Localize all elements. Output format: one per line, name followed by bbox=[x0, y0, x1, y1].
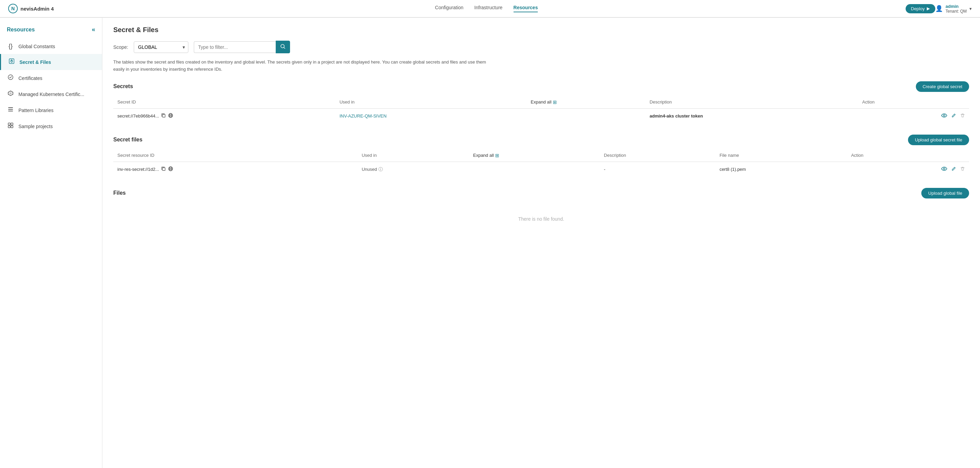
col-description-files: Description bbox=[600, 149, 716, 162]
secret-files-table-header-row: Secret resource ID Used in Expand all ⊞ … bbox=[113, 149, 969, 162]
col-used-in-files: Used in bbox=[358, 149, 469, 162]
col-resource-id: Secret resource ID bbox=[113, 149, 358, 162]
sidebar-item-label: Global Constants bbox=[18, 44, 55, 49]
app-logo[interactable]: N nevisAdmin 4 bbox=[8, 4, 54, 13]
deploy-label: Deploy bbox=[911, 6, 925, 11]
secret-id-value: secret://7eb966b44... bbox=[118, 113, 159, 118]
secrets-section-header: Secrets Create global secret bbox=[113, 81, 969, 92]
svg-point-3 bbox=[11, 61, 13, 62]
expand-all-files-label: Expand all bbox=[473, 153, 494, 158]
edit-file-icon[interactable] bbox=[951, 166, 956, 173]
sidebar-title: Resources « bbox=[0, 23, 102, 38]
sidebar-collapse-button[interactable]: « bbox=[92, 26, 95, 33]
used-in-link[interactable]: INV-AZURE-QM-SIVEN bbox=[339, 113, 387, 118]
description-cell: admin4-aks cluster token bbox=[646, 108, 858, 124]
file-name-cell: cert8 (1).pem bbox=[716, 161, 847, 177]
view-file-icon[interactable] bbox=[941, 166, 947, 173]
scope-select-wrapper: GLOBAL INVENTORY ▾ bbox=[134, 42, 188, 53]
sidebar: Resources « {} Global Constants Secret &… bbox=[0, 18, 102, 468]
nav-infrastructure[interactable]: Infrastructure bbox=[474, 5, 502, 12]
scope-bar: Scope: GLOBAL INVENTORY ▾ bbox=[113, 41, 969, 53]
col-action-files: Action bbox=[847, 149, 969, 162]
nav-resources[interactable]: Resources bbox=[514, 5, 538, 12]
delete-icon[interactable] bbox=[960, 113, 965, 119]
filter-search-button[interactable] bbox=[276, 41, 290, 53]
table-row: secret://7eb966b44... bbox=[113, 108, 969, 124]
files-section-header: Files Upload global file bbox=[113, 188, 969, 198]
sidebar-item-certificates[interactable]: Certificates bbox=[0, 70, 102, 86]
filter-input[interactable] bbox=[194, 42, 276, 53]
unused-label: Unused bbox=[362, 167, 377, 172]
sample-projects-icon bbox=[7, 122, 14, 130]
sidebar-item-secret-files[interactable]: Secret & Files bbox=[0, 54, 102, 70]
col-action: Action bbox=[858, 96, 969, 109]
sidebar-item-pattern-libraries[interactable]: Pattern Libraries bbox=[0, 102, 102, 118]
delete-file-icon[interactable] bbox=[960, 166, 965, 173]
svg-point-22 bbox=[943, 168, 945, 169]
col-file-name: File name bbox=[716, 149, 847, 162]
nav-configuration[interactable]: Configuration bbox=[435, 5, 463, 12]
reference-icon[interactable] bbox=[168, 113, 173, 120]
secret-files-icon bbox=[8, 58, 15, 66]
pattern-libraries-icon bbox=[7, 106, 14, 114]
sidebar-item-label: Certificates bbox=[18, 75, 42, 81]
deploy-button[interactable]: Deploy ▶ bbox=[905, 4, 935, 13]
expand-all-label: Expand all bbox=[531, 99, 551, 105]
used-in-cell: INV-AZURE-QM-SIVEN bbox=[336, 108, 527, 124]
main-layout: Resources « {} Global Constants Secret &… bbox=[0, 18, 980, 468]
user-chevron-icon[interactable]: ▾ bbox=[969, 6, 972, 11]
svg-rect-8 bbox=[8, 123, 10, 125]
unused-info-icon[interactable]: ⓘ bbox=[379, 166, 383, 173]
description-files-cell: - bbox=[600, 161, 716, 177]
user-name: admin bbox=[945, 4, 967, 9]
global-constants-icon: {} bbox=[7, 43, 14, 50]
view-icon[interactable] bbox=[941, 113, 947, 119]
scope-select[interactable]: GLOBAL INVENTORY bbox=[134, 42, 188, 53]
no-file-message: There is no file found. bbox=[113, 203, 969, 235]
user-details: admin Tenant: QM bbox=[945, 4, 967, 14]
svg-rect-6 bbox=[8, 109, 13, 110]
sidebar-item-label: Secret & Files bbox=[19, 59, 51, 65]
col-used-in: Used in bbox=[336, 96, 527, 109]
play-icon: ▶ bbox=[927, 6, 930, 11]
copy-secret-id-icon[interactable] bbox=[161, 113, 166, 119]
create-global-secret-button[interactable]: Create global secret bbox=[916, 81, 969, 92]
reference-file-icon[interactable] bbox=[168, 166, 173, 173]
sidebar-item-managed-k8s[interactable]: Managed Kubernetes Certific... bbox=[0, 86, 102, 102]
expand-cell-files bbox=[469, 161, 600, 177]
sidebar-item-label: Sample projects bbox=[18, 124, 52, 129]
user-info: 👤 admin Tenant: QM ▾ bbox=[935, 4, 972, 14]
sidebar-secret-files-wrapper: Secret & Files → bbox=[0, 54, 102, 70]
svg-point-17 bbox=[943, 115, 945, 116]
copy-resource-id-icon[interactable] bbox=[161, 166, 166, 172]
secret-files-title: Secret files bbox=[113, 137, 142, 143]
svg-rect-10 bbox=[8, 126, 10, 128]
svg-rect-2 bbox=[9, 59, 14, 64]
user-icon: 👤 bbox=[935, 5, 943, 12]
svg-rect-11 bbox=[11, 126, 13, 128]
page-title: Secret & Files bbox=[113, 26, 969, 34]
sidebar-item-global-constants[interactable]: {} Global Constants bbox=[0, 38, 102, 54]
scope-label: Scope: bbox=[113, 45, 128, 50]
resource-id-cell: inv-res-secret://1d2... bbox=[113, 161, 358, 177]
secret-files-table: Secret resource ID Used in Expand all ⊞ … bbox=[113, 149, 969, 177]
col-secret-id: Secret ID bbox=[113, 96, 336, 109]
edit-icon[interactable] bbox=[951, 113, 956, 119]
files-title: Files bbox=[113, 190, 126, 196]
expand-cell bbox=[527, 108, 645, 124]
svg-rect-13 bbox=[162, 115, 165, 117]
nav-links: Configuration Infrastructure Resources bbox=[68, 5, 905, 12]
expand-all-icon[interactable]: ⊞ bbox=[553, 99, 557, 105]
upload-global-secret-file-button[interactable]: Upload global secret file bbox=[908, 134, 969, 145]
expand-all-files-icon[interactable]: ⊞ bbox=[495, 153, 499, 158]
secret-id-cell: secret://7eb966b44... bbox=[113, 108, 336, 124]
svg-rect-5 bbox=[8, 107, 13, 108]
sidebar-item-sample-projects[interactable]: Sample projects bbox=[0, 118, 102, 134]
upload-global-file-button[interactable]: Upload global file bbox=[921, 188, 969, 198]
secrets-table: Secret ID Used in Expand all ⊞ Descripti… bbox=[113, 96, 969, 124]
search-icon bbox=[280, 44, 286, 49]
action-files-cell bbox=[847, 161, 969, 177]
secrets-table-header-row: Secret ID Used in Expand all ⊞ Descripti… bbox=[113, 96, 969, 109]
svg-rect-18 bbox=[162, 168, 165, 171]
svg-rect-9 bbox=[11, 123, 13, 125]
